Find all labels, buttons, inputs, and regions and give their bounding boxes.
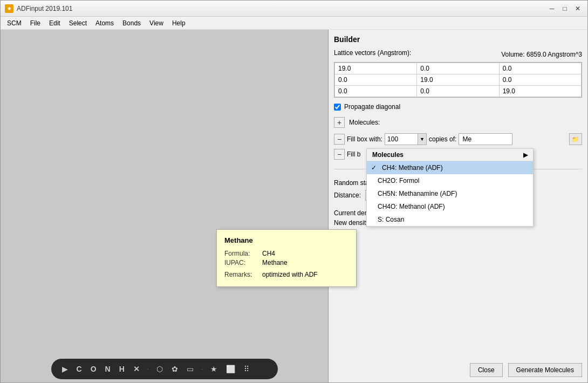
lattice-cell[interactable]: 19.0 bbox=[335, 63, 417, 74]
fill-label-1: Fill box with: bbox=[347, 135, 382, 143]
bottom-buttons: Close Generate Molecules bbox=[334, 352, 582, 377]
formula-value: CH4 bbox=[262, 250, 275, 257]
lattice-cell[interactable]: 0.0 bbox=[499, 74, 581, 86]
viewport[interactable]: Methane Formula: CH4 IUPAC: Methane Rema… bbox=[1, 30, 329, 382]
main-content: Methane Formula: CH4 IUPAC: Methane Rema… bbox=[1, 30, 587, 382]
lattice-cell[interactable]: 0.0 bbox=[499, 63, 581, 74]
app-icon: ★ bbox=[5, 4, 13, 13]
propagate-label: Propagate diagonal bbox=[344, 103, 400, 111]
generate-button[interactable]: Generate Molecules bbox=[508, 363, 582, 377]
menu-select[interactable]: Select bbox=[65, 18, 91, 28]
menu-help[interactable]: Help bbox=[168, 18, 190, 28]
menu-view[interactable]: View bbox=[145, 18, 168, 28]
tooltip-formula-row: Formula: CH4 bbox=[224, 250, 348, 257]
volume-label: Volume: 6859.0 Angstrom^3 bbox=[501, 51, 582, 58]
iupac-label: IUPAC: bbox=[224, 259, 262, 266]
propagate-checkbox[interactable] bbox=[334, 104, 341, 111]
remove-fill2-button[interactable]: − bbox=[334, 149, 345, 160]
close-button[interactable]: ✕ bbox=[572, 3, 583, 14]
window-title: ADFinput 2019.101 bbox=[17, 5, 546, 12]
menu-bonds[interactable]: Bonds bbox=[118, 18, 145, 28]
tool-star[interactable]: ★ bbox=[208, 364, 220, 374]
fill-label-2: Fill b bbox=[347, 151, 360, 158]
tool-dots[interactable]: ⠿ bbox=[242, 364, 251, 374]
dropdown-item-4[interactable]: S: Cosan bbox=[367, 213, 533, 226]
lattice-header: Lattice vectors (Angstrom): Volume: 6859… bbox=[334, 49, 582, 60]
fill-row-1: − Fill box with: ▼ copies of: 📁 bbox=[334, 133, 582, 145]
tooltip-title: Methane bbox=[224, 236, 348, 244]
lattice-cell[interactable]: 19.0 bbox=[417, 74, 499, 86]
builder-title: Builder bbox=[334, 35, 582, 44]
lattice-label: Lattice vectors (Angstrom): bbox=[334, 49, 411, 57]
tool-rect[interactable]: ▭ bbox=[184, 364, 196, 374]
menu-bar: SCM File Edit Select Atoms Bonds View He… bbox=[1, 17, 587, 30]
lattice-grid: 19.00.00.00.019.00.00.00.019.0 bbox=[334, 62, 582, 98]
main-window: ★ ADFinput 2019.101 ─ □ ✕ SCM File Edit … bbox=[0, 0, 588, 383]
molecule-input[interactable] bbox=[459, 133, 512, 145]
title-bar: ★ ADFinput 2019.101 ─ □ ✕ bbox=[1, 1, 587, 17]
dropdown-item-0[interactable]: ✓ CH4: Methane (ADF) bbox=[367, 161, 533, 174]
tool-oxygen[interactable]: O bbox=[88, 364, 99, 374]
menu-atoms[interactable]: Atoms bbox=[91, 18, 118, 28]
lattice-cell[interactable]: 0.0 bbox=[335, 74, 417, 86]
dropdown-arrow-right: ▶ bbox=[523, 152, 528, 159]
menu-file[interactable]: File bbox=[26, 18, 45, 28]
lattice-cell[interactable]: 0.0 bbox=[417, 86, 499, 97]
tool-nitrogen[interactable]: N bbox=[103, 364, 113, 374]
molecules-dropdown-menu: Molecules ▶ ✓ CH4: Methane (ADF) CH2O: F… bbox=[366, 148, 534, 227]
tool-hydrogen[interactable]: H bbox=[117, 364, 127, 374]
copies-arrow[interactable]: ▼ bbox=[418, 134, 426, 145]
lattice-cell[interactable]: 0.0 bbox=[417, 63, 499, 74]
tool-hexagon[interactable]: ⬡ bbox=[154, 364, 165, 374]
fill-row-2: − Fill b Molecules ▶ ✓ CH4: Methane (ADF… bbox=[334, 148, 582, 160]
remove-fill1-button[interactable]: − bbox=[334, 134, 345, 145]
tool-cross[interactable]: ✕ bbox=[131, 364, 142, 374]
add-molecule-button[interactable]: + bbox=[334, 117, 345, 128]
right-panel: Builder Lattice vectors (Angstrom): Volu… bbox=[329, 30, 587, 382]
copies-input[interactable] bbox=[385, 134, 418, 144]
tooltip-remarks-row: Remarks: optimized with ADF bbox=[224, 271, 348, 278]
distance-label: Distance: bbox=[334, 191, 361, 199]
tool-cursor[interactable]: ▶ bbox=[60, 364, 70, 374]
tool-box[interactable]: ⬜ bbox=[224, 364, 237, 374]
maximize-button[interactable]: □ bbox=[559, 3, 570, 14]
formula-label: Formula: bbox=[224, 250, 262, 257]
menu-edit[interactable]: Edit bbox=[45, 18, 65, 28]
checkmark-icon: ✓ bbox=[371, 164, 377, 172]
dropdown-item-1[interactable]: CH2O: Formol bbox=[367, 174, 533, 187]
tool-carbon[interactable]: C bbox=[74, 364, 84, 374]
copies-of-label: copies of: bbox=[429, 135, 456, 143]
remarks-value: optimized with ADF bbox=[262, 271, 318, 278]
molecule-tooltip: Methane Formula: CH4 IUPAC: Methane Rema… bbox=[216, 229, 357, 287]
iupac-value: Methane bbox=[262, 259, 288, 266]
lattice-cell[interactable]: 19.0 bbox=[499, 86, 581, 97]
dropdown-header: Molecules ▶ bbox=[367, 149, 533, 161]
tool-gear[interactable]: ✿ bbox=[169, 364, 180, 374]
molecule-file-button[interactable]: 📁 bbox=[569, 133, 582, 145]
window-controls: ─ □ ✕ bbox=[546, 3, 583, 14]
menu-scm[interactable]: SCM bbox=[3, 18, 26, 28]
dropdown-item-2[interactable]: CH5N: Methanamine (ADF) bbox=[367, 187, 533, 200]
close-button[interactable]: Close bbox=[470, 363, 503, 377]
copies-dropdown[interactable]: ▼ bbox=[385, 133, 427, 145]
molecules-label: Molecules: bbox=[349, 119, 380, 126]
dropdown-item-3[interactable]: CH4O: Methanol (ADF) bbox=[367, 200, 533, 213]
propagate-row: Propagate diagonal bbox=[334, 103, 582, 111]
tooltip-iupac-row: IUPAC: Methane bbox=[224, 259, 348, 266]
minimize-button[interactable]: ─ bbox=[546, 3, 557, 14]
lattice-cell[interactable]: 0.0 bbox=[335, 86, 417, 97]
remarks-label: Remarks: bbox=[224, 271, 262, 278]
molecules-row: + Molecules: bbox=[334, 117, 582, 128]
